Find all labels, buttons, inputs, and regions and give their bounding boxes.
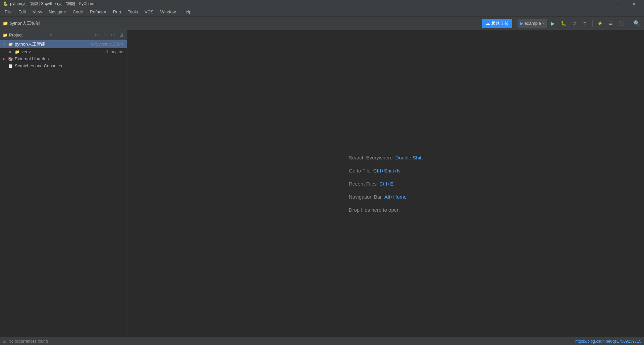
recent-files-label: Recent Files — [349, 181, 377, 187]
sidebar-collapse-button[interactable]: ↕ — [102, 32, 108, 39]
run-config-dropdown-icon: ▾ — [542, 21, 544, 25]
project-name: python人工智能 — [9, 20, 40, 26]
upload-label: 极速上传 — [491, 20, 509, 26]
profile-button[interactable]: ☂ — [580, 19, 590, 28]
title-bar: 🐍 python人工智能 [G:\python人工智能] - PyCharm ─… — [0, 0, 644, 7]
tree-item-root[interactable]: ▼ 📁 python人工智能 G:\python人工智能 — [0, 40, 127, 48]
toolbar-right: ☁ 极速上传 ▶ example ▾ ▶ 🐛 ⏱ ☂ ⚡ ☰ ⬛ 🔍 — [482, 19, 641, 28]
window-controls: ─ □ ✕ — [595, 0, 641, 7]
tree-arrow-root: ▼ — [3, 43, 7, 46]
tree-label-venv: venv — [21, 49, 103, 54]
menu-edit[interactable]: Edit — [15, 8, 29, 16]
menu-view[interactable]: View — [29, 8, 45, 16]
menu-code[interactable]: Code — [69, 8, 87, 16]
close-button[interactable]: ✕ — [626, 0, 641, 7]
toolbar-vcs-button[interactable]: ⚡ — [595, 19, 605, 28]
no-occurrences-text: No occurrences found — [8, 339, 48, 344]
toolbar-left: 📁 python人工智能 — [3, 20, 481, 26]
search-everywhere-row: Search Everywhere Double Shift — [349, 155, 423, 160]
upload-icon: ☁ — [485, 21, 490, 26]
status-left: ⚠ No occurrences found — [3, 339, 575, 344]
goto-file-label: Go to File — [349, 168, 371, 174]
sidebar-more-button[interactable]: ⊞ — [118, 32, 124, 39]
menu-bar: File Edit View Navigate Code Refactor Ru… — [0, 7, 644, 17]
menu-vcs[interactable]: VCS — [141, 8, 157, 16]
maximize-button[interactable]: □ — [610, 0, 626, 7]
sidebar-settings-button[interactable]: ⚙ — [110, 32, 116, 39]
tree-label-external: External Libraries — [15, 56, 124, 61]
sidebar-dropdown-icon: ▾ — [50, 33, 52, 37]
tree-label-scratches: Scratches and Consoles — [15, 63, 124, 68]
search-everywhere-shortcut[interactable]: Double Shift — [395, 155, 423, 160]
navbar-row: Navigation Bar Alt+Home — [349, 194, 407, 200]
navbar-label: Navigation Bar — [349, 194, 382, 200]
tree-folder-icon-root: 📁 — [8, 42, 13, 47]
sidebar-title: Project — [9, 32, 49, 38]
run-button[interactable]: ▶ — [548, 19, 557, 28]
main-layout: 📁 Project ▾ ⚙ ↕ ⚙ ⊞ ▼ 📁 python人工智能 G:\py… — [0, 30, 644, 337]
status-link[interactable]: https://blog.csdn.net/qs17809259715 — [575, 339, 641, 344]
no-occurrences-icon: ⚠ — [3, 339, 6, 344]
tree-secondary-venv: library root — [105, 50, 124, 54]
run-config-name: example — [525, 21, 541, 26]
upload-button[interactable]: ☁ 极速上传 — [482, 19, 512, 28]
tree-item-scratches[interactable]: ▶ 📋 Scratches and Consoles — [0, 62, 127, 69]
run-coverage-button[interactable]: ⏱ — [570, 19, 579, 28]
app-icon: 🐍 — [3, 1, 8, 6]
recent-files-shortcut[interactable]: Ctrl+E — [379, 181, 393, 187]
run-config-icon: ▶ — [520, 21, 523, 26]
goto-file-shortcut[interactable]: Ctrl+Shift+N — [373, 168, 401, 174]
tree-path-root: G:\python人工智能 — [91, 42, 124, 47]
toolbar-list-button[interactable]: ☰ — [606, 19, 615, 28]
search-everywhere-button[interactable]: 🔍 — [632, 19, 641, 28]
debug-button[interactable]: 🐛 — [559, 19, 568, 28]
status-bar: ⚠ No occurrences found https://blog.csdn… — [0, 337, 644, 345]
drop-files-row: Drop files here to open — [349, 207, 400, 213]
tree-lib-icon: 📚 — [8, 57, 13, 61]
toolbar: 📁 python人工智能 ☁ 极速上传 ▶ example ▾ ▶ 🐛 ⏱ ☂ … — [0, 17, 644, 30]
title-bar-text: python人工智能 [G:\python人工智能] - PyCharm — [10, 1, 595, 7]
tree-scratches-icon: 📋 — [8, 64, 13, 68]
goto-file-row: Go to File Ctrl+Shift+N — [349, 168, 401, 174]
menu-help[interactable]: Help — [179, 8, 195, 16]
search-everywhere-label: Search Everywhere — [349, 155, 393, 160]
menu-refactor[interactable]: Refactor — [87, 8, 110, 16]
folder-icon: 📁 — [3, 21, 8, 26]
sidebar-header: 📁 Project ▾ ⚙ ↕ ⚙ ⊞ — [0, 30, 127, 40]
sidebar-sync-button[interactable]: ⚙ — [94, 32, 100, 39]
tree-arrow-external: ▶ — [3, 57, 7, 61]
tree-folder-icon-venv: 📁 — [15, 50, 20, 54]
sidebar: 📁 Project ▾ ⚙ ↕ ⚙ ⊞ ▼ 📁 python人工智能 G:\py… — [0, 30, 127, 337]
menu-file[interactable]: File — [1, 8, 15, 16]
tree-item-external-libs[interactable]: ▶ 📚 External Libraries — [0, 55, 127, 62]
welcome-content: Search Everywhere Double Shift Go to Fil… — [349, 155, 423, 213]
tree-arrow-venv: ▶ — [9, 50, 13, 54]
tree-label-root: python人工智能 — [15, 41, 88, 47]
project-label: 📁 python人工智能 — [3, 20, 40, 26]
navbar-shortcut[interactable]: Alt+Home — [384, 194, 407, 200]
menu-run[interactable]: Run — [110, 8, 124, 16]
menu-navigate[interactable]: Navigate — [45, 8, 69, 16]
toolbar-divider2 — [629, 20, 629, 27]
sidebar-project-icon: 📁 — [3, 33, 8, 38]
minimize-button[interactable]: ─ — [595, 0, 610, 7]
menu-tools[interactable]: Tools — [124, 8, 141, 16]
run-config-selector[interactable]: ▶ example ▾ — [518, 19, 547, 28]
editor-area: Search Everywhere Double Shift Go to Fil… — [127, 30, 644, 337]
tree-item-venv[interactable]: ▶ 📁 venv library root — [0, 48, 127, 55]
toolbar-divider — [592, 20, 593, 27]
menu-window[interactable]: Window — [157, 8, 179, 16]
toolbar-terminal-button[interactable]: ⬛ — [617, 19, 626, 28]
recent-files-row: Recent Files Ctrl+E — [349, 181, 393, 187]
drop-files-text: Drop files here to open — [349, 207, 400, 213]
